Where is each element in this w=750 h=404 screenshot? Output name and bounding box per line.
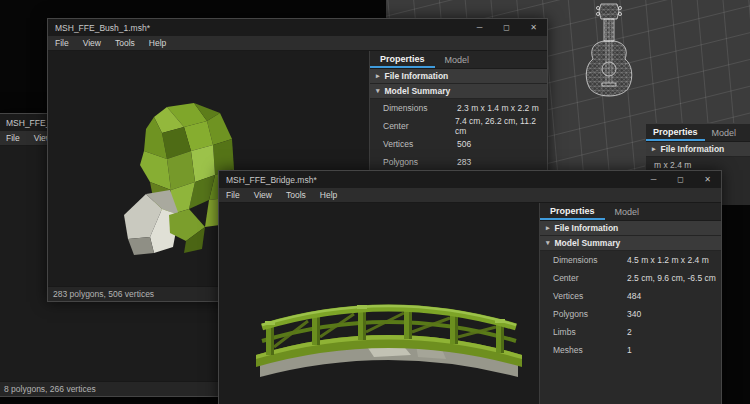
property-label: Meshes xyxy=(553,345,627,355)
desktop: Properties Model ▸ File Information m x … xyxy=(0,0,750,404)
property-label: Limbs xyxy=(553,327,627,337)
section-label: File Information xyxy=(661,144,725,154)
maximize-icon[interactable]: ◻ xyxy=(667,171,694,188)
property-value: 2 xyxy=(627,327,632,337)
status-text: 8 polygons, 266 vertices xyxy=(4,384,96,394)
tab-properties[interactable]: Properties xyxy=(370,51,435,68)
bush1-titlebar[interactable]: MSH_FFE_Bush_1.msh* ─ ◻ ✕ xyxy=(48,19,547,36)
property-row-limbs: Limbs 2 xyxy=(540,323,721,341)
property-row-polygons: Polygons 283 xyxy=(370,153,547,171)
window-title: MSH_FFE_Bush_1.msh* xyxy=(55,23,150,33)
bush1-menubar: File View Tools Help xyxy=(48,36,547,51)
section-label: Model Summary xyxy=(385,86,451,96)
chevron-down-icon: ▾ xyxy=(546,239,550,247)
property-row-center: Center 7.4 cm, 26.2 cm, 11.2 cm xyxy=(370,117,547,135)
property-label: Dimensions xyxy=(383,103,457,113)
tab-properties[interactable]: Properties xyxy=(540,203,605,220)
section-file-information[interactable]: ▸ File Information xyxy=(370,69,547,84)
property-value: 2.3 m x 1.4 m x 2.2 m xyxy=(457,103,539,113)
menu-help[interactable]: Help xyxy=(313,188,344,202)
menu-help[interactable]: Help xyxy=(142,36,173,50)
property-label: Polygons xyxy=(383,157,457,167)
wireframe-guitar-model xyxy=(570,3,648,103)
property-label: Vertices xyxy=(383,139,457,149)
chevron-right-icon: ▸ xyxy=(376,72,380,80)
bridge-model xyxy=(246,281,531,389)
menu-file[interactable]: File xyxy=(48,36,76,50)
chevron-right-icon: ▸ xyxy=(546,224,550,232)
property-row-center: Center 2.5 cm, 9.6 cm, -6.5 cm xyxy=(540,269,721,287)
section-model-summary[interactable]: ▾ Model Summary xyxy=(370,84,547,99)
tab-model[interactable]: Model xyxy=(705,124,744,141)
menu-tools[interactable]: Tools xyxy=(108,36,142,50)
close-icon[interactable]: ✕ xyxy=(520,19,547,36)
bridge-menubar: File View Tools Help xyxy=(219,188,721,203)
property-row-vertices: Vertices 484 xyxy=(540,287,721,305)
property-row-dimensions: Dimensions 4.5 m x 1.2 m x 2.4 m xyxy=(540,251,721,269)
section-file-information[interactable]: ▸ File Information xyxy=(540,221,721,236)
property-row-dimensions: Dimensions 2.3 m x 1.4 m x 2.2 m xyxy=(370,99,547,117)
maximize-icon[interactable]: ◻ xyxy=(493,19,520,36)
menu-view[interactable]: View xyxy=(76,36,108,50)
property-label: Vertices xyxy=(553,291,627,301)
menu-file[interactable]: File xyxy=(0,131,27,145)
minimize-icon[interactable]: ─ xyxy=(466,19,493,36)
property-value: 1 xyxy=(627,345,632,355)
tab-properties[interactable]: Properties xyxy=(646,124,705,141)
tab-model[interactable]: Model xyxy=(605,203,650,220)
window-title: MSH_FFE_Bridge.msh* xyxy=(226,175,317,185)
property-value: 484 xyxy=(627,291,641,301)
minimize-icon[interactable]: ─ xyxy=(640,171,667,188)
property-value: 4.5 m x 1.2 m x 2.4 m xyxy=(627,255,709,265)
menu-file[interactable]: File xyxy=(219,188,247,202)
property-value: 506 xyxy=(457,139,471,149)
bridge-titlebar[interactable]: MSH_FFE_Bridge.msh* ─ ◻ ✕ xyxy=(219,171,721,188)
property-label: Center xyxy=(553,273,627,283)
property-row-polygons: Polygons 340 xyxy=(540,305,721,323)
property-label: Center xyxy=(383,121,455,131)
close-icon[interactable]: ✕ xyxy=(694,171,721,188)
property-label: Dimensions xyxy=(553,255,627,265)
property-value: 7.4 cm, 26.2 cm, 11.2 cm xyxy=(455,116,547,136)
tab-model[interactable]: Model xyxy=(435,51,480,68)
menu-tools[interactable]: Tools xyxy=(279,188,313,202)
property-value: 283 xyxy=(457,157,471,167)
chevron-right-icon: ▸ xyxy=(652,145,656,153)
section-label: File Information xyxy=(555,223,619,233)
section-model-summary[interactable]: ▾ Model Summary xyxy=(540,236,721,251)
bridge-window: MSH_FFE_Bridge.msh* ─ ◻ ✕ File View Tool… xyxy=(218,170,722,404)
property-value: 2.5 cm, 9.6 cm, -6.5 cm xyxy=(627,273,716,283)
menu-view[interactable]: View xyxy=(247,188,279,202)
edge-panel-tabs: Properties Model xyxy=(646,124,750,142)
section-file-information[interactable]: ▸ File Information xyxy=(646,142,750,157)
section-label: File Information xyxy=(385,71,449,81)
property-row-meshes: Meshes 1 xyxy=(540,341,721,359)
bridge-properties-panel: Properties Model ▸ File Information ▾ Mo… xyxy=(539,203,721,404)
status-text: 283 polygons, 506 vertices xyxy=(53,289,154,299)
chevron-down-icon: ▾ xyxy=(376,87,380,95)
bridge-3d-viewport[interactable] xyxy=(219,203,539,404)
section-label: Model Summary xyxy=(555,238,621,248)
property-row-vertices: Vertices 506 xyxy=(370,135,547,153)
property-label: Polygons xyxy=(553,309,627,319)
property-value: 340 xyxy=(627,309,641,319)
